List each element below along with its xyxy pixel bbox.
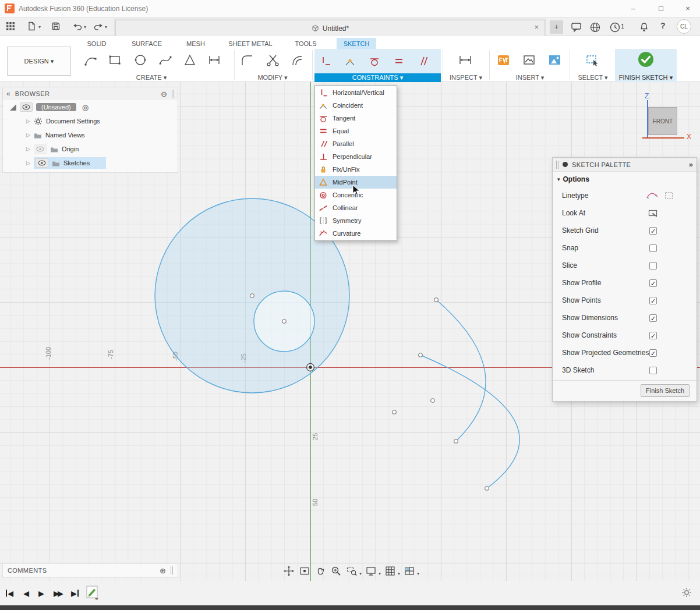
slice-checkbox[interactable] xyxy=(649,262,657,269)
constraint-parallel-icon[interactable] xyxy=(417,55,430,68)
menu-item-tangent[interactable]: Tangent xyxy=(315,112,397,125)
constraint-equal-icon[interactable] xyxy=(393,55,405,68)
timeline-step-back-button[interactable]: ◀ xyxy=(23,586,29,601)
look-at-icon[interactable] xyxy=(298,564,312,578)
tab-close-icon[interactable]: × xyxy=(534,23,539,31)
panel-grip[interactable] xyxy=(171,566,173,574)
close-button[interactable]: × xyxy=(677,0,699,17)
display-settings-icon[interactable]: ⊖ xyxy=(161,90,167,98)
undo-icon[interactable] xyxy=(72,22,83,31)
orbit-icon[interactable] xyxy=(282,564,296,578)
insert-canvas-icon[interactable] xyxy=(545,50,565,71)
menu-item-curvature[interactable]: Curvature xyxy=(315,227,397,240)
expand-panel-icon[interactable]: » xyxy=(689,160,693,169)
browser-root-row[interactable]: (Unsaved) ◎ xyxy=(3,100,178,114)
menu-item-symmetry[interactable]: Symmetry xyxy=(315,214,397,227)
sketch-point[interactable] xyxy=(485,487,489,491)
tab-solid[interactable]: SOLID xyxy=(82,38,112,49)
comments-bar[interactable]: COMMENTS ⊕ xyxy=(3,563,178,577)
timeline-go-to-start-button[interactable]: ◀ xyxy=(6,586,13,601)
modify-tool-trim-icon[interactable] xyxy=(263,50,283,71)
menu-item-collinear[interactable]: Collinear xyxy=(315,201,397,214)
tab-sketch[interactable]: SKETCH xyxy=(337,38,376,49)
notifications-bell-icon[interactable] xyxy=(638,22,650,33)
group-select[interactable]: SELECT ▾ xyxy=(571,73,615,82)
redo-caret-icon[interactable]: ▾ xyxy=(105,24,107,30)
pan-icon[interactable] xyxy=(313,564,327,578)
grid-settings-caret-icon[interactable]: ▾ xyxy=(398,571,400,576)
3d-sketch-checkbox[interactable] xyxy=(649,367,657,374)
timeline-go-to-end-button[interactable]: ▶ xyxy=(71,586,79,601)
create-tool-polygon-icon[interactable] xyxy=(181,50,200,71)
menu-item-fix-unfix[interactable]: Fix/UnFix xyxy=(315,163,397,176)
menu-item-parallel[interactable]: Parallel xyxy=(315,137,397,150)
insert-decal-icon[interactable] xyxy=(519,50,539,71)
group-insert[interactable]: INSERT ▾ xyxy=(490,73,570,82)
group-create[interactable]: CREATE ▾ xyxy=(78,73,225,82)
file-menu-caret-icon[interactable]: ▾ xyxy=(38,24,41,30)
panel-grip[interactable] xyxy=(556,161,558,169)
linetype-construction-icon[interactable] xyxy=(664,191,674,200)
expand-icon[interactable]: ▷ xyxy=(26,118,30,124)
visibility-eye-icon[interactable] xyxy=(34,144,47,154)
new-tab-button[interactable]: + xyxy=(550,20,563,34)
panel-grip[interactable] xyxy=(172,90,174,98)
show-points-checkbox[interactable]: ✓ xyxy=(649,297,657,304)
sketch-point[interactable] xyxy=(282,320,287,324)
group-inspect[interactable]: INSPECT ▾ xyxy=(443,73,489,82)
minimize-button[interactable]: – xyxy=(622,0,644,17)
modify-tool-fillet-icon[interactable] xyxy=(238,50,257,71)
constraint-coincident-icon[interactable] xyxy=(344,55,356,68)
avatar[interactable]: CL xyxy=(677,19,691,34)
insert-svg-icon[interactable] xyxy=(494,50,514,71)
constraint-tangent-icon[interactable] xyxy=(368,55,381,68)
show-constraints-checkbox[interactable]: ✓ xyxy=(649,332,657,339)
viewcube-front-face[interactable]: FRONT xyxy=(648,107,677,135)
menu-item-perpendicular[interactable]: Perpendicular xyxy=(315,150,397,163)
tab-tools[interactable]: TOOLS xyxy=(290,38,321,49)
expand-icon[interactable]: ▷ xyxy=(26,146,30,152)
save-icon[interactable] xyxy=(51,22,61,31)
tab-sheet-metal[interactable]: SHEET METAL xyxy=(224,38,277,49)
sketch-arc-1[interactable] xyxy=(436,300,486,441)
visibility-eye-icon[interactable] xyxy=(20,102,33,112)
timeline-step-forward-button[interactable]: ▶▶ xyxy=(54,586,63,601)
job-status-clock-icon[interactable] xyxy=(609,22,621,33)
display-settings-icon[interactable] xyxy=(364,564,378,578)
grid-settings-icon[interactable] xyxy=(383,564,397,578)
modify-tool-offset-icon[interactable] xyxy=(288,50,307,71)
zoom-icon[interactable] xyxy=(329,564,343,578)
measure-icon[interactable] xyxy=(455,50,475,71)
browser-row-named-views[interactable]: ▷ Named Views xyxy=(3,128,178,142)
file-menu-icon[interactable] xyxy=(27,22,36,31)
sketch-point[interactable] xyxy=(434,298,439,302)
snap-checkbox[interactable] xyxy=(649,244,657,252)
timeline-play-button[interactable]: ▶ xyxy=(38,586,44,601)
tab-surface[interactable]: SURFACE xyxy=(126,38,168,49)
timeline-settings-gear-icon[interactable] xyxy=(681,587,692,598)
palette-section-options[interactable]: ▾ Options xyxy=(553,172,697,187)
show-dimensions-checkbox[interactable]: ✓ xyxy=(649,314,657,322)
linetype-normal-icon[interactable] xyxy=(646,191,659,200)
look-at-button-icon[interactable] xyxy=(648,209,658,218)
sketch-point[interactable] xyxy=(250,294,254,298)
sketch-point[interactable] xyxy=(431,399,435,403)
document-tab[interactable]: Untitled* × xyxy=(115,20,545,36)
online-status-icon[interactable] xyxy=(589,22,601,33)
create-tool-dimension-icon[interactable] xyxy=(205,50,225,71)
viewports-icon[interactable] xyxy=(402,564,416,578)
sketch-point[interactable] xyxy=(454,439,458,444)
maximize-button[interactable]: □ xyxy=(650,0,672,17)
menu-item-horizontal-vertical[interactable]: Horizontal/Vertical xyxy=(315,86,397,99)
comments-icon[interactable] xyxy=(571,22,582,33)
create-tool-rectangle-icon[interactable] xyxy=(105,50,125,71)
workspace-selector[interactable]: DESIGN ▾ xyxy=(7,47,71,76)
tab-mesh[interactable]: MESH xyxy=(179,38,212,49)
visibility-eye-icon[interactable] xyxy=(36,158,48,168)
show-projected-geometries-checkbox[interactable]: ✓ xyxy=(649,349,657,357)
create-tool-arc-icon[interactable] xyxy=(80,50,100,71)
selected-item-highlight[interactable]: Sketches xyxy=(34,157,106,169)
select-tool-icon[interactable] xyxy=(582,50,602,71)
create-tool-spline-icon[interactable] xyxy=(156,50,176,71)
create-tool-circle-icon[interactable] xyxy=(131,50,151,71)
